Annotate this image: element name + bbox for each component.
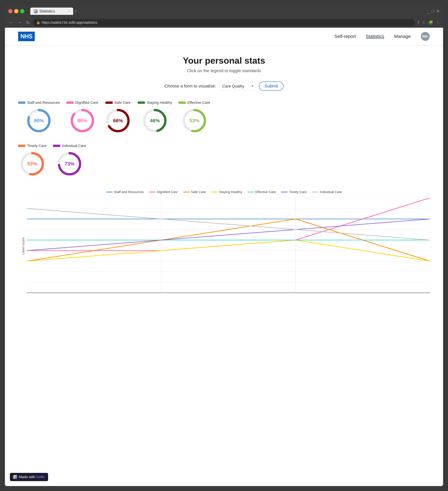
donut-staff: 80% xyxy=(26,107,52,134)
nav-statistics[interactable]: Statistics xyxy=(366,34,384,39)
form-row: Choose a form to visualise: Care Quality… xyxy=(18,82,430,91)
chart-individual-care: Individual Care 73% xyxy=(53,144,86,177)
chart-safe-care: Safe Care 66% xyxy=(105,101,131,134)
donut-label-healthy: 46% xyxy=(150,118,160,123)
legend-text-timely: Timely Care xyxy=(289,190,307,194)
browser-window: Statistics × + ⎯ □ ✕ ← → ↻ 🔒 https://ade… xyxy=(5,5,443,486)
line-chart-container: Likert score xyxy=(18,198,430,294)
page-content: Your personal stats Click on the legend … xyxy=(5,46,443,486)
window-maximize-icon[interactable]: □ xyxy=(431,9,434,14)
nhs-logo: NHS xyxy=(18,32,35,41)
legend-item-effective[interactable]: Effective Care xyxy=(247,190,276,194)
legend-label-individual: Individual Care xyxy=(62,144,86,148)
softr-brand: Softr xyxy=(36,475,45,479)
legend-item-healthy[interactable]: Staying Healthy xyxy=(211,190,242,194)
donut-label-individual: 73% xyxy=(65,161,75,167)
submit-button[interactable]: Submit xyxy=(259,82,283,91)
legend-item-timely[interactable]: Timely Care xyxy=(281,190,307,194)
chart-effective-care: Effective Care 53% xyxy=(178,101,210,134)
legend-label-safe: Safe Care xyxy=(114,101,131,105)
legend-bar-safe xyxy=(105,102,113,104)
new-tab-button[interactable]: + xyxy=(75,9,77,14)
donut-label-safe: 66% xyxy=(113,118,123,123)
donut-individual: 73% xyxy=(56,151,83,177)
legend-text-staff: Staff and Resources xyxy=(114,190,144,194)
donut-dignified: 86% xyxy=(69,107,95,134)
window-minimize-icon[interactable]: ⎯ xyxy=(427,9,429,14)
legend-bar-individual xyxy=(53,145,60,147)
tab-favicon-icon xyxy=(34,9,37,13)
browser-controls: ← → ↻ 🔒 https://adela734.softr.app/stati… xyxy=(5,18,443,28)
legend-item-safe[interactable]: Safe Care xyxy=(183,190,206,194)
legend-line-dignified xyxy=(149,192,156,192)
user-avatar[interactable]: MA xyxy=(421,32,430,41)
legend-text-effective: Effective Care xyxy=(255,190,276,194)
tab-bar: Statistics × + xyxy=(30,8,77,15)
legend-bar-effective xyxy=(178,102,186,104)
legend-item-dignified[interactable]: Dignified Care xyxy=(149,190,178,194)
legend-bar-staff xyxy=(18,102,25,104)
legend-line-staff xyxy=(106,192,113,192)
line-chart-section: Staff and Resources Dignified Care Safe … xyxy=(18,190,430,294)
legend-text-safe: Safe Care xyxy=(191,190,206,194)
legend-line-individual xyxy=(312,192,318,192)
legend-item-individual[interactable]: Individual Care xyxy=(312,190,342,194)
address-bar[interactable]: 🔒 https://adela734.softr.app/statistics xyxy=(33,19,415,26)
legend-label-staff: Staff and Resources xyxy=(27,101,60,105)
charts-row-1: Staff and Resources 80% Dignified C xyxy=(18,101,430,134)
active-tab[interactable]: Statistics × xyxy=(30,8,73,15)
legend-text-dignified: Dignified Care xyxy=(157,190,178,194)
browser-titlebar: Statistics × + ⎯ □ ✕ xyxy=(5,5,443,18)
legend-label-effective: Effective Care xyxy=(187,101,210,105)
line-chart-legend: Staff and Resources Dignified Care Safe … xyxy=(18,190,430,194)
bookmark-icon[interactable]: ⤴ xyxy=(417,20,419,25)
form-select[interactable]: Care Quality Patient Safety xyxy=(219,82,256,90)
form-label: Choose a form to visualise: xyxy=(165,84,216,89)
page-subtitle: Click on the legend to toggle standards xyxy=(18,68,430,73)
legend-text-individual: Individual Care xyxy=(320,190,342,194)
browser-content: NHS Self-report Statistics Manage MA You… xyxy=(5,28,443,486)
window-close-icon[interactable]: ✕ xyxy=(436,9,440,14)
donut-safe: 66% xyxy=(105,107,131,134)
extension-icon[interactable]: 🧩 xyxy=(428,20,433,25)
chart-dignified-care: Dignified Care 86% xyxy=(66,101,98,134)
chart-timely-care: Timely Care 53% xyxy=(18,144,47,177)
forward-button[interactable]: → xyxy=(17,19,23,26)
url-text: https://adela734.softr.app/statistics xyxy=(42,20,97,25)
toolbar-icons: ⤴ ☆ 🧩 ⋮ xyxy=(417,20,440,25)
nhs-header: NHS Self-report Statistics Manage MA xyxy=(5,28,443,46)
tab-title: Statistics xyxy=(39,9,55,13)
softr-badge-icon xyxy=(13,475,17,479)
line-chart-svg: 5.0 4.5 4.0 3.5 3.0 2.5 2.0 1.5 1.0 xyxy=(27,198,430,293)
chart-staying-healthy: Staying Healthy 46% xyxy=(138,101,172,134)
donut-healthy: 46% xyxy=(142,107,168,134)
softr-badge-text: Made with Softr xyxy=(19,475,45,479)
donut-label-dignified: 86% xyxy=(77,118,87,123)
back-button[interactable]: ← xyxy=(8,19,14,26)
donut-timely: 53% xyxy=(19,151,46,177)
star-icon[interactable]: ☆ xyxy=(422,20,426,25)
donut-label-effective: 53% xyxy=(189,118,199,123)
legend-item-staff[interactable]: Staff and Resources xyxy=(106,190,144,194)
maximize-traffic-light[interactable] xyxy=(20,9,24,13)
refresh-button[interactable]: ↻ xyxy=(25,19,30,26)
tab-close-button[interactable]: × xyxy=(68,9,70,13)
main-nav: Self-report Statistics Manage MA xyxy=(334,32,430,41)
charts-row-2: Timely Care 53% Individual Care xyxy=(18,144,430,177)
menu-icon[interactable]: ⋮ xyxy=(436,20,440,25)
legend-line-effective xyxy=(247,192,254,192)
legend-text-healthy: Staying Healthy xyxy=(219,190,242,194)
legend-label-timely: Timely Care xyxy=(27,144,47,148)
close-traffic-light[interactable] xyxy=(8,9,12,13)
legend-label-dignified: Dignified Care xyxy=(75,101,98,105)
minimize-traffic-light[interactable] xyxy=(14,9,19,13)
nav-manage[interactable]: Manage xyxy=(394,34,411,39)
traffic-lights xyxy=(8,9,24,13)
donut-label-staff: 80% xyxy=(34,118,44,123)
nav-self-report[interactable]: Self-report xyxy=(334,34,356,39)
legend-line-safe xyxy=(183,192,190,192)
y-axis-label: Likert score xyxy=(21,237,25,255)
legend-label-healthy: Staying Healthy xyxy=(147,101,172,105)
donut-label-timely: 53% xyxy=(27,161,37,167)
legend-line-timely xyxy=(281,192,288,192)
